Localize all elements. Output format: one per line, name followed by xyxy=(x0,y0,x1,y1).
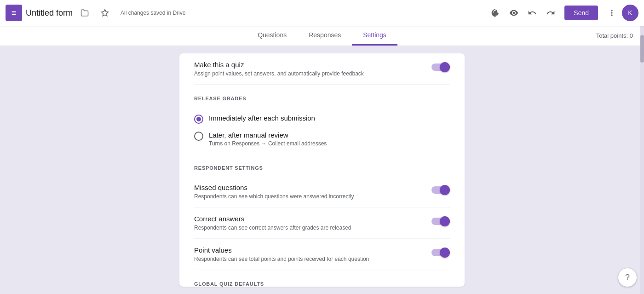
form-title: Untitled form xyxy=(26,8,73,18)
correct-answers-thumb xyxy=(440,216,450,226)
correct-answers-info: Correct answers Respondents can see corr… xyxy=(194,215,424,231)
point-values-info: Point values Respondents can see total p… xyxy=(194,246,424,262)
total-points: Total points: 0 xyxy=(596,32,633,39)
correct-answers-desc: Respondents can see correct answers afte… xyxy=(194,225,424,231)
point-values-title: Point values xyxy=(194,246,424,254)
radio-later-outer xyxy=(194,132,203,141)
tabs-bar: Questions Responses Settings Total point… xyxy=(0,26,644,46)
help-icon[interactable]: ? xyxy=(618,268,637,287)
right-scrollbar[interactable] xyxy=(640,26,644,294)
app-menu-icon[interactable]: ≡ xyxy=(6,5,22,21)
release-grades-group: Immediately after each submission Later,… xyxy=(194,107,450,154)
more-options-icon[interactable] xyxy=(604,5,620,21)
point-values-thumb xyxy=(440,248,450,258)
correct-answers-toggle[interactable] xyxy=(431,216,450,227)
global-quiz-defaults-label: GLOBAL QUIZ DEFAULTS xyxy=(194,281,450,287)
missed-questions-row: Missed questions Respondents can see whi… xyxy=(194,176,450,208)
make-quiz-row: Make this a quiz Assign point values, se… xyxy=(194,53,450,85)
radio-later-label-wrap: Later, after manual review Turns on Resp… xyxy=(209,131,327,147)
radio-immediately-label: Immediately after each submission xyxy=(209,114,315,122)
palette-icon[interactable] xyxy=(487,5,504,21)
saved-status: All changes saved in Drive xyxy=(121,10,185,16)
radio-immediately-outer xyxy=(194,115,203,124)
radio-immediately[interactable]: Immediately after each submission xyxy=(194,110,450,127)
tabs-container: Questions Responses Settings xyxy=(247,26,397,46)
redo-icon[interactable] xyxy=(542,5,559,21)
make-quiz-thumb xyxy=(440,62,450,72)
tab-questions[interactable]: Questions xyxy=(247,26,298,46)
tab-responses[interactable]: Responses xyxy=(298,26,352,46)
tab-settings[interactable]: Settings xyxy=(352,26,397,46)
release-grades-label: RELEASE GRADES xyxy=(194,96,450,101)
correct-answers-title: Correct answers xyxy=(194,215,424,223)
respondent-settings-label: RESPONDENT SETTINGS xyxy=(194,165,450,171)
folder-icon[interactable] xyxy=(76,5,93,21)
top-bar: ≡ Untitled form All changes saved in Dri… xyxy=(0,0,644,26)
default-point-value-row: Default question point value Point value… xyxy=(194,292,450,294)
missed-questions-desc: Respondents can see which questions were… xyxy=(194,193,424,200)
make-quiz-title: Make this a quiz xyxy=(194,61,424,69)
undo-icon[interactable] xyxy=(524,5,540,21)
preview-icon[interactable] xyxy=(506,5,522,21)
missed-questions-info: Missed questions Respondents can see whi… xyxy=(194,184,424,200)
svg-marker-0 xyxy=(102,10,109,16)
avatar[interactable]: K xyxy=(622,5,638,21)
make-quiz-desc: Assign point values, set answers, and au… xyxy=(194,70,424,77)
point-values-row: Point values Respondents can see total p… xyxy=(194,239,450,270)
star-icon[interactable] xyxy=(97,5,113,21)
missed-questions-title: Missed questions xyxy=(194,184,424,191)
radio-immediately-inner xyxy=(196,117,201,121)
missed-questions-toggle[interactable] xyxy=(431,184,450,196)
top-bar-right: Send K xyxy=(487,5,638,21)
correct-answers-row: Correct answers Respondents can see corr… xyxy=(194,208,450,239)
top-bar-left: ≡ Untitled form All changes saved in Dri… xyxy=(6,5,487,21)
make-quiz-info: Make this a quiz Assign point values, se… xyxy=(194,61,424,77)
point-values-toggle[interactable] xyxy=(431,247,450,258)
missed-questions-thumb xyxy=(440,185,450,195)
form-card: Make this a quiz Assign point values, se… xyxy=(179,53,465,287)
main-content: Make this a quiz Assign point values, se… xyxy=(0,46,644,294)
scrollbar-thumb xyxy=(640,35,644,63)
point-values-desc: Respondents can see total points and poi… xyxy=(194,256,424,262)
make-quiz-toggle[interactable] xyxy=(431,62,450,73)
send-button[interactable]: Send xyxy=(564,6,598,20)
radio-later[interactable]: Later, after manual review Turns on Resp… xyxy=(194,127,450,150)
